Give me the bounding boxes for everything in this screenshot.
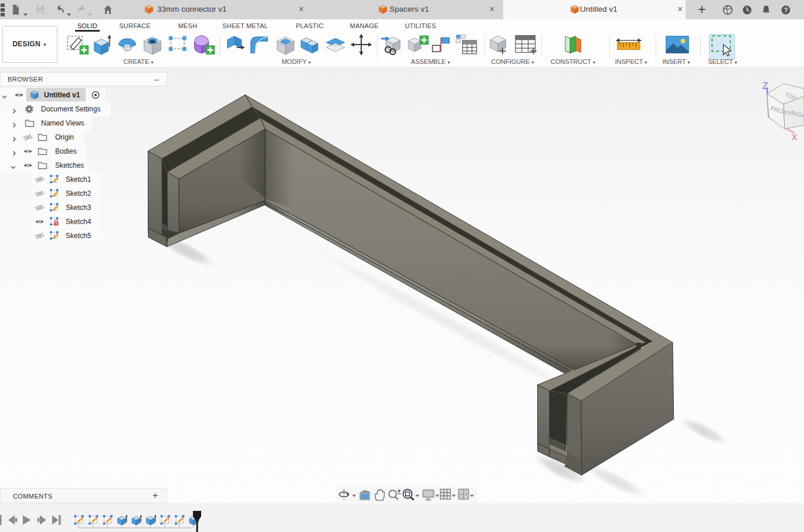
svg-text:X: X (792, 133, 798, 141)
svg-text:?: ? (783, 6, 788, 13)
